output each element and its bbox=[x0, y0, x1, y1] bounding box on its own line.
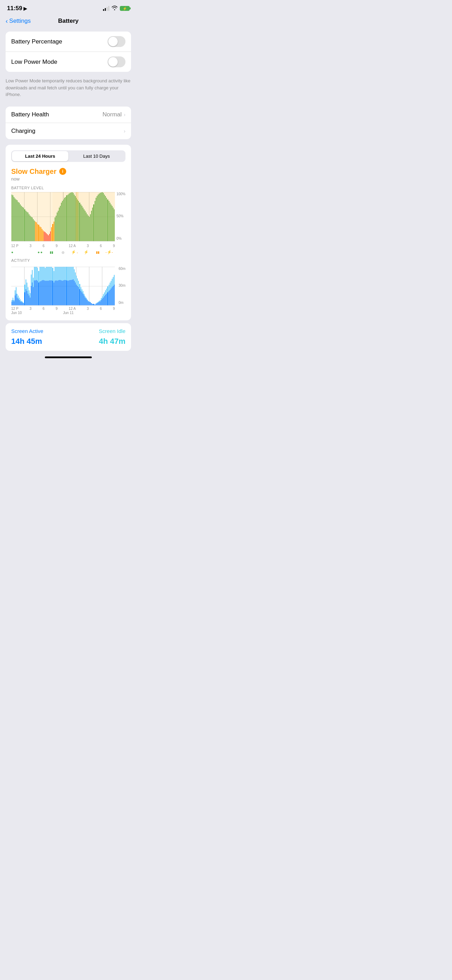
activity-idle-bar-51 bbox=[66, 267, 67, 281]
battery-bolt-icon: ⚡ bbox=[123, 7, 127, 11]
battery-bar-21 bbox=[34, 221, 35, 241]
activity-bar-group-39 bbox=[54, 267, 54, 305]
activity-active-bar-52 bbox=[68, 281, 68, 305]
act-x-3: 3 bbox=[29, 307, 32, 310]
activity-bar-group-91 bbox=[110, 267, 110, 305]
activity-x-labels: 12 P 3 6 9 12 A 3 6 9 bbox=[11, 307, 126, 310]
activity-bar-group-48 bbox=[63, 267, 64, 305]
battery-bar-64 bbox=[81, 204, 81, 241]
activity-bar-group-14 bbox=[27, 267, 27, 305]
activity-idle-bar-39 bbox=[54, 271, 54, 283]
battery-bar-18 bbox=[31, 216, 32, 241]
activity-bar-group-25 bbox=[38, 267, 39, 305]
activity-idle-bar-43 bbox=[58, 267, 59, 280]
activity-bar-group-42 bbox=[57, 267, 57, 305]
activity-idle-bar-50 bbox=[65, 267, 66, 280]
battery-bar-25 bbox=[38, 225, 39, 241]
activity-bar-group-16 bbox=[29, 267, 29, 305]
activity-active-bar-90 bbox=[108, 291, 109, 305]
battery-bar-33 bbox=[47, 234, 48, 241]
activity-idle-bar-87 bbox=[105, 290, 106, 295]
activity-bar-group-77 bbox=[95, 267, 95, 305]
battery-bar-89 bbox=[107, 199, 108, 241]
low-power-mode-row[interactable]: Low Power Mode bbox=[6, 52, 131, 72]
activity-chart-label: ACTIVITY bbox=[11, 258, 126, 262]
location-icon: ▶ bbox=[24, 6, 27, 11]
activity-active-bar-85 bbox=[103, 298, 104, 305]
activity-bar-group-7 bbox=[19, 267, 20, 305]
slow-charger-info-button[interactable]: i bbox=[59, 168, 66, 175]
activity-active-bar-73 bbox=[90, 302, 91, 305]
act-x-12p: 12 P bbox=[11, 307, 19, 310]
activity-bar-group-55 bbox=[71, 267, 72, 305]
activity-bar-group-75 bbox=[92, 267, 93, 305]
activity-bar-group-71 bbox=[88, 267, 89, 305]
activity-idle-bar-92 bbox=[111, 281, 111, 288]
activity-idle-bar-5 bbox=[17, 294, 18, 298]
battery-bar-56 bbox=[72, 192, 73, 241]
battery-percentage-toggle[interactable] bbox=[108, 36, 126, 47]
last-10-days-tab[interactable]: Last 10 Days bbox=[68, 151, 125, 161]
activity-idle-bar-86 bbox=[104, 292, 105, 296]
activity-active-bar-93 bbox=[112, 287, 113, 305]
activity-active-bar-55 bbox=[71, 280, 72, 305]
time-segmented-control[interactable]: Last 24 Hours Last 10 Days bbox=[11, 150, 126, 162]
activity-idle-bar-4 bbox=[16, 287, 16, 293]
activity-active-bar-67 bbox=[84, 296, 84, 305]
activity-idle-bar-65 bbox=[82, 289, 82, 292]
low-power-mode-toggle[interactable] bbox=[108, 56, 126, 67]
charging-row[interactable]: Charging › bbox=[6, 123, 131, 139]
activity-bar-group-45 bbox=[60, 267, 60, 305]
activity-idle-bar-40 bbox=[55, 267, 56, 281]
activity-bar-group-60 bbox=[76, 267, 77, 305]
activity-idle-bar-30 bbox=[44, 267, 45, 280]
activity-bar-group-62 bbox=[78, 267, 79, 305]
x-label-3a: 3 bbox=[29, 244, 32, 248]
battery-bar-22 bbox=[35, 221, 36, 241]
grid-line-bottom bbox=[11, 241, 115, 242]
battery-health-right: Normal › bbox=[103, 111, 126, 118]
battery-bar-8 bbox=[20, 204, 21, 241]
battery-bar-81 bbox=[99, 194, 100, 241]
x-label-12a: 12 A bbox=[69, 244, 76, 248]
battery-bar-67 bbox=[84, 209, 84, 241]
battery-bar-23 bbox=[36, 222, 37, 241]
back-label: Settings bbox=[9, 18, 30, 24]
last-24-hours-tab[interactable]: Last 24 Hours bbox=[12, 151, 68, 161]
activity-bar-group-26 bbox=[40, 267, 40, 305]
activity-active-bar-44 bbox=[59, 280, 60, 305]
activity-active-bar-10 bbox=[22, 302, 23, 305]
activity-active-bar-38 bbox=[52, 281, 53, 305]
activity-idle-bar-20 bbox=[33, 278, 33, 287]
activity-bar-group-27 bbox=[41, 267, 41, 305]
battery-bar-53 bbox=[69, 194, 69, 241]
low-power-description: Low Power Mode temporarily reduces backg… bbox=[0, 75, 137, 104]
activity-idle-bar-14 bbox=[27, 283, 27, 291]
activity-idle-bar-35 bbox=[49, 267, 50, 280]
activity-active-bar-23 bbox=[36, 280, 37, 305]
charge-dot-1: ● bbox=[11, 250, 13, 254]
battery-health-value: Normal bbox=[103, 111, 122, 118]
activity-active-bar-35 bbox=[49, 280, 50, 305]
activity-bar-group-70 bbox=[87, 267, 88, 305]
activity-bar-group-43 bbox=[58, 267, 59, 305]
battery-health-row[interactable]: Battery Health Normal › bbox=[6, 107, 131, 123]
battery-bar-79 bbox=[97, 196, 97, 241]
battery-bar-77 bbox=[95, 201, 95, 241]
act-x-6b: 6 bbox=[100, 307, 102, 310]
battery-bar-78 bbox=[95, 198, 96, 241]
battery-bar-12 bbox=[24, 209, 25, 241]
battery-bar-48 bbox=[63, 199, 64, 241]
activity-idle-bar-29 bbox=[43, 267, 43, 280]
battery-percentage-row[interactable]: Battery Percentage bbox=[6, 32, 131, 52]
battery-bar-43 bbox=[58, 211, 59, 241]
battery-bar-30 bbox=[44, 231, 45, 241]
activity-active-bar-15 bbox=[28, 294, 29, 305]
battery-level-chart-label: BATTERY LEVEL bbox=[11, 186, 126, 190]
activity-idle-bar-28 bbox=[42, 267, 42, 281]
activity-active-bar-20 bbox=[33, 287, 33, 305]
screen-idle-value: 4h 47m bbox=[99, 337, 126, 346]
back-button[interactable]: ‹ Settings bbox=[6, 17, 31, 25]
activity-idle-bar-47 bbox=[62, 267, 63, 281]
activity-active-bar-86 bbox=[104, 296, 105, 305]
